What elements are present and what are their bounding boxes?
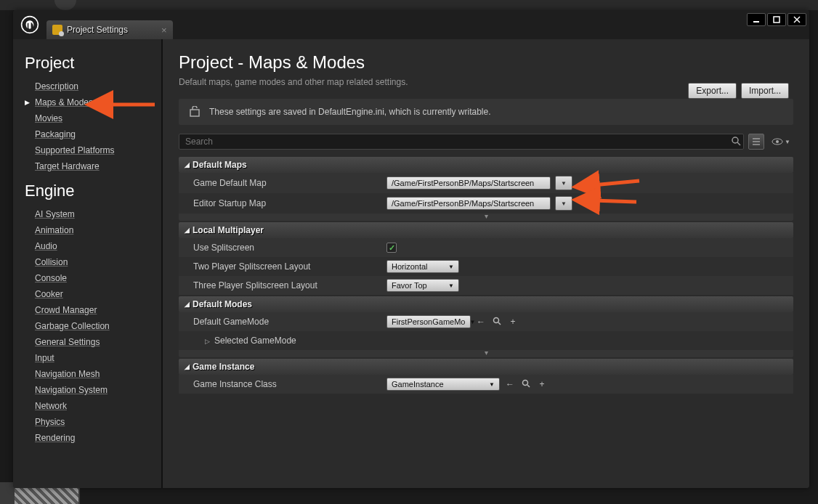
sidebar-item-description[interactable]: Description — [25, 78, 161, 94]
section-header-game-instance[interactable]: ◢Game Instance — [179, 359, 793, 375]
sidebar-item-rendering[interactable]: Rendering — [25, 430, 161, 446]
game-default-map-value[interactable]: /Game/FirstPersonBP/Maps/Startscreen — [386, 176, 551, 190]
add-icon[interactable]: + — [536, 379, 548, 389]
add-icon[interactable]: + — [507, 317, 519, 327]
label-game-default-map: Game Default Map — [190, 178, 386, 188]
sidebar-item-packaging[interactable]: Packaging — [25, 126, 161, 142]
import-button[interactable]: Import... — [741, 83, 789, 99]
editor-startup-map-dropdown[interactable]: ▼ — [555, 196, 572, 211]
sidebar-item-navigation-system[interactable]: Navigation System — [25, 382, 161, 398]
label-use-splitscreen: Use Splitscreen — [190, 243, 386, 253]
content-panel: Project - Maps & Modes Default maps, gam… — [163, 39, 809, 488]
use-selected-icon[interactable]: ← — [504, 379, 516, 389]
sidebar-item-garbage-collection[interactable]: Garbage Collection — [25, 318, 161, 334]
sidebar-item-collision[interactable]: Collision — [25, 254, 161, 270]
browse-icon[interactable] — [520, 379, 532, 390]
sidebar-item-navigation-mesh[interactable]: Navigation Mesh — [25, 366, 161, 382]
section-title: Local Multiplayer — [193, 225, 264, 235]
sidebar-item-console[interactable]: Console — [25, 270, 161, 286]
close-button[interactable] — [787, 13, 806, 26]
tab-project-settings[interactable]: Project Settings × — [46, 20, 173, 39]
info-text: These settings are saved in DefaultEngin… — [209, 107, 491, 117]
game-instance-class-dropdown[interactable]: GameInstance▼ — [386, 378, 500, 391]
two-player-layout-dropdown[interactable]: Horizontal▼ — [386, 260, 459, 273]
sidebar-item-maps-modes[interactable]: Maps & Modes — [25, 94, 161, 110]
svg-point-15 — [523, 380, 528, 385]
sidebar-item-general-settings[interactable]: General Settings — [25, 334, 161, 350]
sidebar-item-audio[interactable]: Audio — [25, 238, 161, 254]
sidebar-item-movies[interactable]: Movies — [25, 110, 161, 126]
expand-handle[interactable]: ▾ — [179, 350, 793, 357]
game-default-map-dropdown[interactable]: ▼ — [555, 176, 572, 190]
section-title: Game Instance — [193, 362, 254, 372]
label-three-player-layout: Three Player Splitscreen Layout — [190, 280, 386, 290]
info-bar: These settings are saved in DefaultEngin… — [179, 99, 793, 125]
svg-rect-5 — [190, 110, 199, 116]
tab-title: Project Settings — [67, 25, 128, 35]
expand-handle[interactable]: ▾ — [179, 214, 793, 221]
category-header-project: Project — [25, 54, 161, 73]
svg-point-12 — [776, 140, 779, 143]
svg-line-7 — [737, 142, 740, 145]
label-editor-startup-map: Editor Startup Map — [190, 198, 386, 208]
sidebar-item-physics[interactable]: Physics — [25, 414, 161, 430]
label-game-instance-class: Game Instance Class — [190, 379, 386, 389]
visibility-button[interactable]: ▼ — [769, 137, 793, 146]
section-title: Default Maps — [193, 160, 247, 170]
unreal-logo-icon — [20, 15, 39, 34]
page-title: Project - Maps & Modes — [179, 52, 793, 73]
svg-line-16 — [527, 385, 530, 387]
search-input[interactable] — [179, 134, 744, 150]
three-player-layout-dropdown[interactable]: Favor Top▼ — [386, 279, 459, 292]
label-selected-gamemode[interactable]: ▷Selected GameMode — [190, 336, 386, 346]
writable-icon — [189, 106, 201, 118]
sidebar-item-crowd-manager[interactable]: Crowd Manager — [25, 302, 161, 318]
use-selected-icon[interactable]: ← — [475, 317, 487, 327]
project-settings-window: Project Settings × Project Description M… — [13, 10, 809, 488]
svg-point-13 — [494, 317, 499, 322]
sidebar-item-cooker[interactable]: Cooker — [25, 286, 161, 302]
label-default-gamemode: Default GameMode — [190, 317, 386, 327]
section-title: Default Modes — [193, 299, 252, 309]
sidebar-item-input[interactable]: Input — [25, 350, 161, 366]
section-header-default-modes[interactable]: ◢Default Modes — [179, 296, 793, 312]
category-header-engine: Engine — [25, 182, 161, 200]
search-icon[interactable] — [731, 136, 741, 148]
label-two-player-layout: Two Player Splitscreen Layout — [190, 261, 386, 272]
sidebar-item-animation[interactable]: Animation — [25, 222, 161, 238]
section-header-default-maps[interactable]: ◢Default Maps — [179, 157, 793, 173]
export-button[interactable]: Export... — [688, 83, 737, 99]
titlebar: Project Settings × — [13, 10, 809, 39]
maximize-button[interactable] — [767, 13, 786, 26]
sidebar-item-network[interactable]: Network — [25, 398, 161, 414]
minimize-button[interactable] — [747, 13, 766, 26]
settings-icon — [52, 25, 62, 35]
list-view-button[interactable] — [748, 134, 764, 150]
default-gamemode-dropdown[interactable]: FirstPersonGameMo▼ — [386, 315, 471, 328]
svg-point-6 — [732, 137, 738, 143]
browse-icon[interactable] — [491, 317, 503, 328]
use-splitscreen-checkbox[interactable] — [386, 243, 397, 253]
sidebar-item-ai-system[interactable]: AI System — [25, 206, 161, 222]
sidebar-item-target-hardware[interactable]: Target Hardware — [25, 158, 161, 174]
svg-line-14 — [498, 322, 501, 325]
editor-startup-map-value[interactable]: /Game/FirstPersonBP/Maps/Startscreen — [386, 197, 551, 210]
svg-rect-2 — [774, 17, 779, 23]
sidebar[interactable]: Project Description Maps & Modes Movies … — [13, 39, 163, 488]
section-header-local-multiplayer[interactable]: ◢Local Multiplayer — [179, 222, 793, 238]
tab-close-icon[interactable]: × — [161, 25, 167, 36]
sidebar-item-supported-platforms[interactable]: Supported Platforms — [25, 142, 161, 158]
